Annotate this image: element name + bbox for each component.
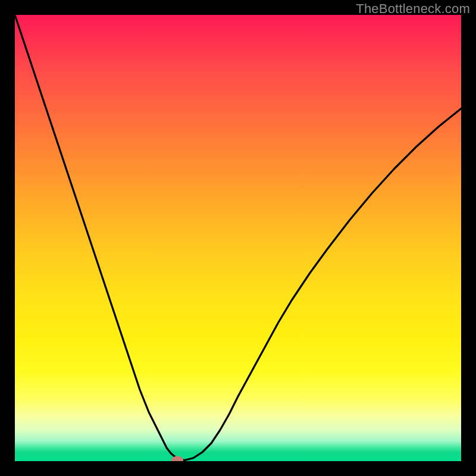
chart-frame: TheBottleneck.com xyxy=(0,0,476,476)
chart-plot-area xyxy=(15,15,461,461)
chart-svg xyxy=(15,15,461,461)
bottleneck-curve xyxy=(15,15,461,461)
watermark-text: TheBottleneck.com xyxy=(356,1,470,17)
minimum-marker xyxy=(171,456,183,462)
